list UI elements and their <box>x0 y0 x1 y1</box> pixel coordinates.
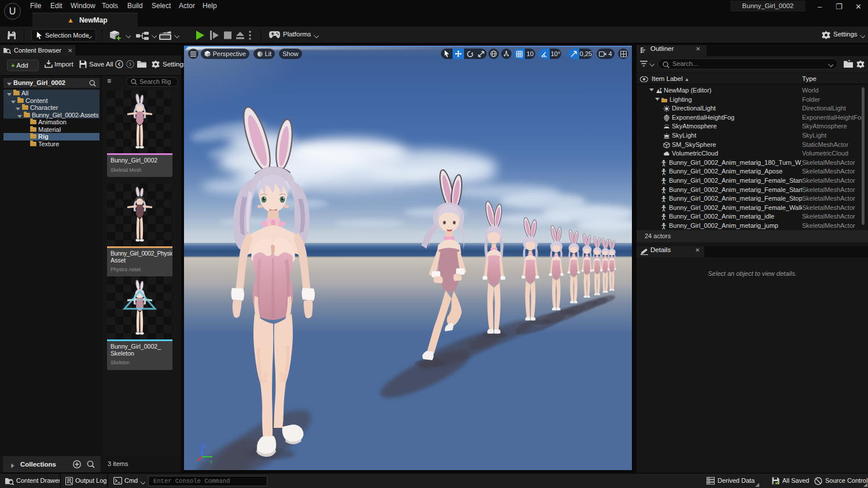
svg-text:z: z <box>204 443 206 449</box>
svg-text:y: y <box>210 459 212 464</box>
